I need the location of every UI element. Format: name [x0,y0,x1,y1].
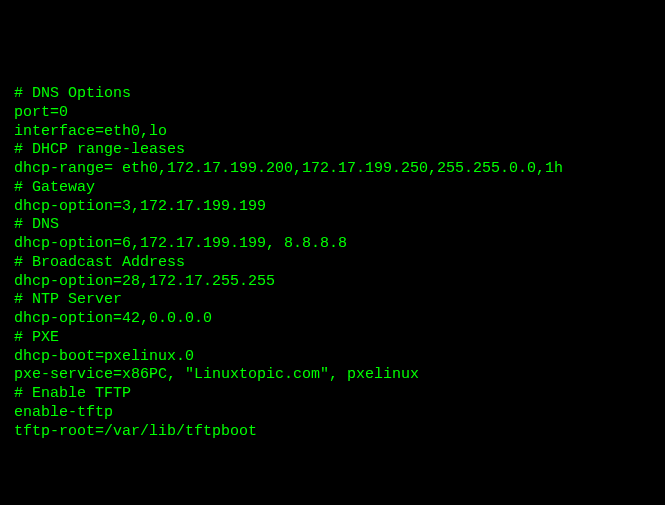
config-comment: # NTP Server [14,291,651,310]
terminal-config-output: # DNS Optionsport=0interface=eth0,lo# DH… [14,85,651,441]
config-line: dhcp-range= eth0,172.17.199.200,172.17.1… [14,160,651,179]
config-line: dhcp-option=3,172.17.199.199 [14,198,651,217]
config-line: interface=eth0,lo [14,123,651,142]
config-line: dhcp-option=42,0.0.0.0 [14,310,651,329]
config-line: enable-tftp [14,404,651,423]
config-comment: # DNS Options [14,85,651,104]
config-line: port=0 [14,104,651,123]
config-line: dhcp-boot=pxelinux.0 [14,348,651,367]
config-comment: # DHCP range-leases [14,141,651,160]
config-line: dhcp-option=6,172.17.199.199, 8.8.8.8 [14,235,651,254]
config-line: dhcp-option=28,172.17.255.255 [14,273,651,292]
config-comment: # PXE [14,329,651,348]
config-comment: # Broadcast Address [14,254,651,273]
config-line: pxe-service=x86PC, "Linuxtopic.com", pxe… [14,366,651,385]
config-comment: # Enable TFTP [14,385,651,404]
config-line: tftp-root=/var/lib/tftpboot [14,423,651,442]
config-comment: # DNS [14,216,651,235]
config-comment: # Gateway [14,179,651,198]
